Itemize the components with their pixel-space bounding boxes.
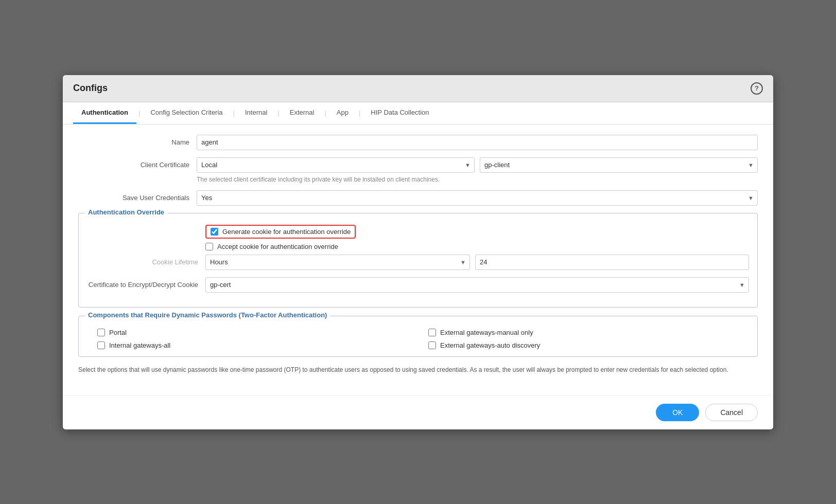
ok-button[interactable]: OK	[656, 404, 699, 421]
save-credentials-label: Save User Credentials	[78, 194, 197, 202]
two-factor-section: Components that Require Dynamic Password…	[78, 316, 758, 357]
configs-dialog: Configs ? Authentication | Config Select…	[63, 75, 773, 429]
client-cert-row: Client Certificate Local ▼ gp-client ▼	[78, 157, 758, 173]
cookie-unit-wrapper: Hours Days ▼	[205, 255, 470, 270]
dialog-title: Configs	[73, 83, 108, 94]
footer-note: Select the options that will use dynamic…	[78, 365, 758, 374]
generate-cookie-checkbox[interactable]	[211, 228, 218, 236]
help-icon[interactable]: ?	[751, 82, 763, 95]
internal-all-checkbox[interactable]	[97, 341, 105, 349]
cert-encrypt-wrapper: gp-cert ▼	[205, 277, 749, 293]
auth-override-title: Authentication Override	[85, 208, 167, 216]
client-cert-label: Client Certificate	[78, 161, 197, 169]
dialog-footer: OK Cancel	[63, 395, 773, 429]
client-cert-type-select[interactable]: Local	[197, 157, 475, 173]
dialog-body: Name Client Certificate Local ▼ gp-clien…	[63, 124, 773, 395]
accept-cookie-row: Accept cookie for authentication overrid…	[87, 243, 749, 250]
accept-cookie-group: Accept cookie for authentication overrid…	[205, 243, 338, 250]
generate-cookie-label[interactable]: Generate cookie for authentication overr…	[222, 228, 351, 236]
portal-label[interactable]: Portal	[109, 329, 127, 336]
tab-sep-3: |	[275, 109, 281, 117]
internal-all-label[interactable]: Internal gateways-all	[109, 341, 170, 349]
save-credentials-wrapper: Yes No ▼	[197, 190, 758, 206]
tab-app[interactable]: App	[328, 102, 357, 124]
two-factor-external-manual: External gateways-manual only	[428, 329, 749, 336]
tab-hip-data[interactable]: HIP Data Collection	[362, 102, 437, 124]
save-credentials-row: Save User Credentials Yes No ▼	[78, 190, 758, 206]
tab-authentication[interactable]: Authentication	[73, 102, 136, 124]
name-label: Name	[78, 138, 197, 146]
auth-override-section: Authentication Override Generate cookie …	[78, 213, 758, 308]
save-credentials-select[interactable]: Yes No	[197, 190, 758, 206]
two-factor-internal-all: Internal gateways-all	[97, 341, 418, 349]
external-manual-label[interactable]: External gateways-manual only	[440, 329, 533, 336]
cert-encrypt-row: Certificate to Encrypt/Decrypt Cookie gp…	[87, 277, 749, 293]
cert-encrypt-label: Certificate to Encrypt/Decrypt Cookie	[87, 281, 205, 289]
client-cert-name-select[interactable]: gp-client	[480, 157, 758, 173]
cookie-lifetime-row: Cookie Lifetime Hours Days ▼	[87, 255, 749, 270]
two-factor-grid: Portal External gateways-manual only Int…	[87, 329, 749, 349]
tab-bar: Authentication | Config Selection Criter…	[63, 102, 773, 124]
cookie-unit-select[interactable]: Hours Days	[205, 255, 470, 270]
portal-checkbox[interactable]	[97, 329, 105, 336]
cookie-selects: Hours Days ▼	[205, 255, 749, 270]
auth-override-content: Generate cookie for authentication overr…	[87, 225, 749, 293]
dialog-header: Configs ?	[63, 75, 773, 102]
accept-cookie-label[interactable]: Accept cookie for authentication overrid…	[217, 243, 338, 250]
cookie-value-input[interactable]	[475, 255, 749, 270]
external-auto-label[interactable]: External gateways-auto discovery	[440, 341, 540, 349]
cert-encrypt-select[interactable]: gp-cert	[205, 277, 749, 293]
tab-internal[interactable]: Internal	[237, 102, 275, 124]
name-row: Name	[78, 135, 758, 150]
generate-cookie-row: Generate cookie for authentication overr…	[87, 225, 749, 239]
tab-sep-5: |	[357, 109, 362, 117]
tab-sep-1: |	[136, 109, 142, 117]
cancel-button[interactable]: Cancel	[705, 404, 758, 421]
tab-external[interactable]: External	[282, 102, 323, 124]
external-manual-checkbox[interactable]	[428, 329, 436, 336]
accept-cookie-checkbox[interactable]	[205, 243, 213, 250]
external-auto-checkbox[interactable]	[428, 341, 436, 349]
name-input[interactable]	[197, 135, 758, 150]
two-factor-external-auto: External gateways-auto discovery	[428, 341, 749, 349]
generate-cookie-highlighted-box: Generate cookie for authentication overr…	[205, 225, 356, 239]
two-factor-title: Components that Require Dynamic Password…	[85, 311, 330, 319]
tab-sep-4: |	[322, 109, 328, 117]
client-cert-type-wrapper: Local ▼	[197, 157, 475, 173]
two-factor-portal: Portal	[97, 329, 418, 336]
client-cert-name-wrapper: gp-client ▼	[480, 157, 758, 173]
tab-config-selection[interactable]: Config Selection Criteria	[142, 102, 231, 124]
tab-sep-2: |	[231, 109, 237, 117]
client-cert-hint: The selected client certificate includin…	[197, 176, 758, 183]
cookie-lifetime-label: Cookie Lifetime	[87, 258, 205, 266]
